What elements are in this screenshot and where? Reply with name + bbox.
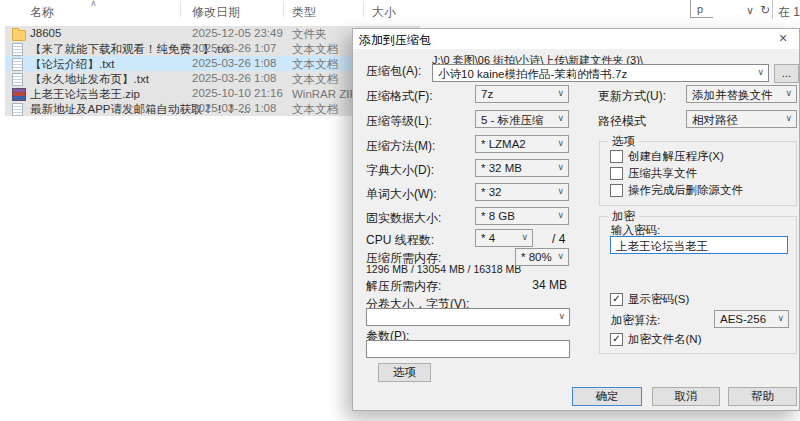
memory-percent-combobox[interactable]: * 80% ∨ [515,248,569,266]
column-separator[interactable] [283,1,284,17]
search-input[interactable]: 在 1 [778,4,800,21]
compress-shared-label: 压缩共享文件 [628,166,697,181]
method-value: * LZMA2 [481,138,526,150]
method-combobox[interactable]: * LZMA2 ∨ [475,135,569,153]
options-group-label: 选项 [608,134,639,149]
archive-name-combobox[interactable]: 小诗10 kaine模拍作品-茉莉的情书.7z ∨ [432,64,769,82]
file-type: 文本文档 [292,42,338,57]
dictionary-label: 字典大小(D): [366,162,434,179]
dictionary-value: * 32 MB [481,162,522,174]
column-header-size[interactable]: 大小 [372,4,396,21]
column-separator[interactable] [363,1,364,17]
column-header-date[interactable]: 修改日期 [192,4,240,21]
path-mode-combobox[interactable]: 相对路径 ∨ [686,110,797,128]
checkbox-unchecked-icon [610,167,623,180]
column-header-name[interactable]: 名称 [30,4,54,21]
level-value: 5 - 标准压缩 [481,113,544,128]
chevron-down-icon: ∨ [557,186,564,196]
help-button[interactable]: 帮助 [728,387,797,406]
password-input[interactable]: 上老王论坛当老王 [610,236,788,254]
address-path-tail: p [697,3,703,15]
memory-usage-detail: 1296 MB / 13054 MB / 16318 MB [366,263,521,275]
options-button[interactable]: 选项 [378,363,431,382]
chevron-down-icon: ∨ [557,88,564,98]
solid-block-combobox[interactable]: * 8 GB ∨ [475,207,569,225]
text-file-icon [12,43,23,56]
solid-block-label: 固实数据大小: [366,210,441,227]
add-to-archive-dialog: 添加到压缩包 × 压缩包(A): J:\0 套图\06 街拍\小诗\上传\新建文… [352,28,800,411]
file-date: 2025-10-10 21:16 [192,87,283,99]
encrypt-filenames-checkbox[interactable]: ✓加密文件名(N) [610,332,701,346]
column-separator[interactable] [180,1,181,17]
decompress-memory-label: 解压所需内存: [366,278,441,295]
cpu-threads-combobox[interactable]: * 4 ∨ [475,229,533,247]
encryption-method-label: 加密算法: [611,313,660,328]
delete-after-checkbox[interactable]: 操作完成后删除源文件 [610,183,743,197]
file-date: 2025-03-26 1:08 [192,102,276,114]
word-size-label: 单词大小(W): [366,186,437,203]
browse-button[interactable]: ... [774,64,799,83]
chevron-down-icon: ∨ [557,251,564,261]
text-file-icon [12,103,23,116]
background-window-topbar: p ∨ ↻ 在 1 [688,0,800,20]
cpu-threads-value: * 4 [481,232,495,244]
close-icon[interactable]: × [775,30,791,46]
archive-label: 压缩包(A): [366,63,421,80]
file-date: 2025-03-26 1:08 [192,72,276,84]
address-bar-fragment[interactable]: p [690,0,713,18]
archive-name-value: 小诗10 kaine模拍作品-茉莉的情书.7z [438,67,627,82]
encryption-method-combobox[interactable]: AES-256 ∨ [714,310,789,328]
memory-percent-value: * 80% [521,251,552,263]
update-mode-combobox[interactable]: 添加并替换文件 ∨ [686,85,797,103]
dictionary-combobox[interactable]: * 32 MB ∨ [475,159,569,177]
zip-archive-icon [12,88,26,101]
file-type: 文本文档 [292,72,338,87]
show-password-label: 显示密码(S) [628,292,689,307]
dialog-body: 压缩包(A): J:\0 套图\06 街拍\小诗\上传\新建文件夹 (3)\ 小… [353,49,799,410]
update-mode-label: 更新方式(U): [598,88,666,105]
file-type: 文件夹 [292,27,327,42]
parameters-input[interactable] [366,340,570,358]
show-password-checkbox[interactable]: ✓显示密码(S) [610,292,689,306]
chevron-down-icon: ∨ [521,232,528,242]
toolbar-separator [772,0,773,19]
dialog-title: 添加到压缩包 [359,32,431,49]
cancel-button[interactable]: 取消 [652,387,720,406]
checkbox-checked-icon: ✓ [610,293,623,306]
format-combobox[interactable]: 7z ∨ [475,85,569,103]
file-name: 【论坛介绍】.txt [30,57,114,72]
volume-size-combobox[interactable]: ∨ [366,308,570,326]
encryption-method-value: AES-256 [720,313,766,325]
chevron-down-icon: ∨ [557,138,564,148]
format-label: 压缩格式(F): [366,88,433,105]
file-date: 2025-03-26 1:07 [192,42,276,54]
cpu-threads-label: CPU 线程数: [366,232,434,249]
delete-after-label: 操作完成后删除源文件 [628,183,743,198]
checkbox-unchecked-icon [610,184,623,197]
compress-shared-checkbox[interactable]: 压缩共享文件 [610,166,697,180]
word-size-combobox[interactable]: * 32 ∨ [475,183,569,201]
text-file-icon [12,58,23,71]
decompress-memory-value: 34 MB [503,278,567,292]
dialog-titlebar[interactable]: 添加到压缩包 × [353,29,799,49]
create-sfx-checkbox[interactable]: 创建自解压程序(X) [610,149,724,163]
chevron-down-icon: ∨ [557,162,564,172]
chevron-down-icon: ∨ [757,67,764,77]
chevron-down-icon: ∨ [785,88,792,98]
chevron-down-icon: ∨ [785,113,792,123]
password-value: 上老王论坛当老王 [616,239,708,254]
refresh-icon[interactable]: ↻ [760,3,770,17]
address-dropdown-icon[interactable]: ∨ [746,4,754,17]
column-header-type[interactable]: 类型 [292,4,316,21]
chevron-down-icon: ∨ [557,210,564,220]
level-combobox[interactable]: 5 - 标准压缩 ∨ [475,110,569,128]
chevron-down-icon: ∨ [557,113,564,123]
folder-icon [12,30,26,41]
file-list-header: ∧ 名称 修改日期 类型 大小 [0,0,800,18]
screen: ∧ 名称 修改日期 类型 大小 p ∨ ↻ 在 1 J8605 2025-12-… [0,0,800,421]
file-name: 上老王论坛当老王.zip [30,87,140,102]
ok-button[interactable]: 确定 [572,387,642,406]
encrypt-filenames-label: 加密文件名(N) [628,332,701,347]
file-name: J8605 [30,27,61,39]
path-mode-label: 路径模式 [598,113,646,130]
